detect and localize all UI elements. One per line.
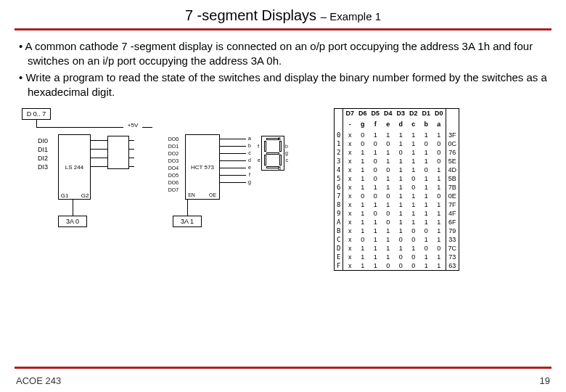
hex-cell: 4D bbox=[446, 166, 459, 174]
bit-cell: 1 bbox=[407, 200, 420, 209]
bullet-list: A common cathode 7 -segment display is c… bbox=[15, 39, 551, 99]
bit-cell: 1 bbox=[356, 253, 369, 261]
bit-cell: 0 bbox=[407, 183, 420, 192]
bit-cell: 0 bbox=[382, 218, 395, 226]
output-pin: DO1 bbox=[165, 143, 181, 150]
latch-chip: HCT 573 bbox=[185, 134, 220, 200]
title-sub: – Example 1 bbox=[321, 10, 381, 23]
table-row: 3x10111105E bbox=[335, 157, 459, 166]
table-row: 8x11111117F bbox=[335, 200, 459, 209]
hex-cell: 3F bbox=[446, 131, 459, 139]
bit-cell: 1 bbox=[369, 200, 382, 209]
hex-cell: 5B bbox=[446, 174, 459, 183]
divider-bottom bbox=[15, 367, 551, 369]
hex-cell: 5E bbox=[446, 157, 459, 166]
bit-cell: 1 bbox=[382, 200, 395, 209]
digit-cell: 1 bbox=[335, 139, 343, 148]
bit-cell: 0 bbox=[420, 166, 433, 174]
seg-pin: d bbox=[247, 156, 253, 163]
bit-cell: 1 bbox=[369, 235, 382, 244]
slide-title: 7 -segment Displays – Example 1 bbox=[15, 7, 551, 24]
seg-pin: f bbox=[247, 171, 253, 178]
bit-cell: 1 bbox=[394, 244, 407, 253]
seg-pin: c bbox=[247, 149, 253, 156]
bit-cell: 1 bbox=[420, 131, 433, 139]
seg-pin: a bbox=[247, 134, 253, 142]
input-pin: DI1 bbox=[35, 146, 51, 153]
bit-cell: 1 bbox=[369, 131, 382, 139]
bit-cell: 1 bbox=[407, 139, 420, 148]
divider-top bbox=[15, 28, 551, 30]
bit-cell: 1 bbox=[420, 253, 433, 261]
hex-cell: 7C bbox=[446, 244, 459, 253]
bit-cell: 1 bbox=[420, 157, 433, 166]
bit-cell: 1 bbox=[432, 261, 446, 271]
addr-input: 3A 0 bbox=[58, 216, 87, 227]
bit-cell: 1 bbox=[394, 218, 407, 226]
input-pin: DI3 bbox=[35, 163, 51, 171]
bit-cell: 1 bbox=[356, 174, 369, 183]
table-row: 9x10011114F bbox=[335, 209, 459, 218]
bit-cell: 0 bbox=[356, 131, 369, 139]
footer-course: ACOE 243 bbox=[16, 375, 61, 386]
table-row: 5x10110115B bbox=[335, 174, 459, 183]
bit-cell: 1 bbox=[356, 166, 369, 174]
hex-cell: 7B bbox=[446, 183, 459, 192]
table-row: 1x00011000C bbox=[335, 139, 459, 148]
bit-cell: x bbox=[343, 261, 356, 271]
bit-cell: 1 bbox=[407, 244, 420, 253]
digit-cell: B bbox=[335, 226, 343, 235]
bit-cell: 1 bbox=[382, 183, 395, 192]
digit-cell: 6 bbox=[335, 183, 343, 192]
table-row: 4x10011014D bbox=[335, 166, 459, 174]
pin-oe: OE bbox=[208, 191, 218, 198]
bit-cell: 1 bbox=[369, 148, 382, 157]
table-row: Ex111001173 bbox=[335, 253, 459, 261]
bit-cell: x bbox=[343, 139, 356, 148]
pin-en: EN bbox=[186, 191, 197, 198]
bit-cell: 0 bbox=[432, 157, 446, 166]
bit-cell: 1 bbox=[356, 244, 369, 253]
bit-cell: 0 bbox=[432, 244, 446, 253]
input-pin: DI2 bbox=[35, 155, 51, 162]
bit-cell: x bbox=[343, 209, 356, 218]
title-main: 7 -segment Displays bbox=[185, 7, 316, 23]
bit-cell: 0 bbox=[407, 174, 420, 183]
bit-cell: 0 bbox=[382, 209, 395, 218]
bit-cell: 1 bbox=[356, 209, 369, 218]
circuit-diagram: D 0.. 7 DI0 DI1 DI2 DI3 LS 244 G1 G2 +5V bbox=[15, 108, 327, 326]
input-pin: DI0 bbox=[35, 137, 51, 144]
bit-cell: 1 bbox=[420, 261, 433, 271]
digit-cell: 9 bbox=[335, 209, 343, 218]
bit-cell: 0 bbox=[382, 192, 395, 200]
bit-cell: 1 bbox=[356, 200, 369, 209]
digit-cell: 5 bbox=[335, 174, 343, 183]
table-row: Ax11011116F bbox=[335, 218, 459, 226]
bit-cell: 1 bbox=[394, 209, 407, 218]
bit-cell: 1 bbox=[420, 209, 433, 218]
bit-cell: 1 bbox=[382, 131, 395, 139]
bit-cell: 1 bbox=[382, 253, 395, 261]
table-header-seg: - g f e d c b a bbox=[335, 120, 459, 131]
bit-cell: 1 bbox=[432, 183, 446, 192]
bit-cell: 1 bbox=[407, 218, 420, 226]
bit-cell: 1 bbox=[407, 192, 420, 200]
bit-cell: x bbox=[343, 183, 356, 192]
digit-cell: 8 bbox=[335, 200, 343, 209]
bit-cell: 1 bbox=[420, 200, 433, 209]
digit-cell: 4 bbox=[335, 166, 343, 174]
bit-cell: 0 bbox=[394, 253, 407, 261]
bit-cell: 1 bbox=[394, 157, 407, 166]
bit-cell: 0 bbox=[369, 166, 382, 174]
table-row: 0x01111113F bbox=[335, 131, 459, 139]
bit-cell: 0 bbox=[382, 166, 395, 174]
bit-cell: 1 bbox=[369, 261, 382, 271]
bit-cell: 0 bbox=[432, 139, 446, 148]
bit-cell: x bbox=[343, 166, 356, 174]
bit-cell: 1 bbox=[382, 226, 395, 235]
bit-cell: x bbox=[343, 226, 356, 235]
output-pin: DO6 bbox=[165, 179, 181, 186]
bit-cell: 1 bbox=[420, 192, 433, 200]
output-pin: DO2 bbox=[165, 150, 181, 157]
hex-cell: 76 bbox=[446, 148, 459, 157]
